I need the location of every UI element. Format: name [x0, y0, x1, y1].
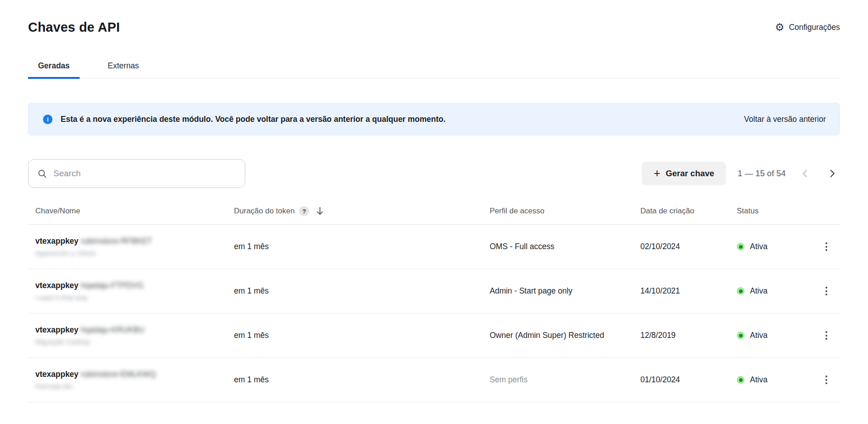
- status-badge: Ativa: [737, 331, 817, 340]
- status-badge: Ativa: [737, 242, 817, 251]
- settings-button[interactable]: ⚙ Configurações: [775, 22, 840, 33]
- token-duration: em 1 mês: [234, 286, 490, 296]
- row-actions-menu-button[interactable]: [822, 328, 831, 343]
- table-header-row: Chave/Nome Duração do token ? Perfil de …: [28, 206, 840, 225]
- key-suffix-redacted: rubimstore-EMLKWQ: [81, 370, 156, 379]
- banner-revert-link[interactable]: Voltar à versão anterior: [744, 115, 826, 124]
- pagination-label: 1 — 15 of 54: [738, 169, 786, 178]
- key-name-redacted: Migração Cashop: [35, 338, 234, 346]
- help-icon[interactable]: ?: [299, 206, 309, 216]
- chevron-right-icon: [827, 169, 837, 178]
- status-active-icon: [737, 243, 744, 251]
- access-profile: OMS - Full access: [490, 242, 640, 251]
- status-active-icon: [737, 376, 744, 384]
- key-suffix-redacted: rubimstore-RFBKET: [81, 236, 152, 246]
- status-active-icon: [737, 287, 744, 295]
- pagination-prev-button[interactable]: [797, 166, 813, 181]
- status-badge: Ativa: [737, 375, 817, 385]
- status-label: Ativa: [750, 286, 768, 296]
- status-active-icon: [737, 332, 744, 339]
- table-row: vtexappkey hqadaju-KRUKBU Migração Casho…: [28, 313, 840, 358]
- creation-date: 14/10/2021: [640, 286, 737, 296]
- key-prefix: vtexappkey: [35, 370, 78, 379]
- access-profile: Sem perfis: [490, 375, 640, 385]
- key-prefix: vtexappkey: [35, 236, 78, 246]
- pagination-next-button[interactable]: [825, 166, 840, 181]
- access-profile: Owner (Admin Super) Restricted: [490, 331, 640, 340]
- info-banner: i Esta é a nova experiência deste módulo…: [28, 103, 840, 135]
- status-label: Ativa: [750, 331, 768, 340]
- row-actions-menu-button[interactable]: [822, 239, 831, 255]
- table-row: vtexappkey rubimstore-EMLKWQ Farinata de…: [28, 358, 840, 402]
- key-prefix: vtexappkey: [35, 281, 78, 290]
- key-name-redacted: Agamenón y Ulises: [35, 249, 234, 257]
- status-label: Ativa: [750, 242, 768, 251]
- tab-bar: Geradas Externas: [28, 61, 840, 78]
- column-header-created: Data de criação: [640, 207, 737, 216]
- column-header-status: Status: [737, 207, 817, 216]
- creation-date: 01/10/2024: [640, 375, 737, 385]
- key-name-redacted: Farinata dei: [35, 382, 234, 390]
- token-duration: em 1 mês: [234, 375, 490, 385]
- key-name-redacted: I want it that way: [35, 294, 234, 302]
- token-duration: em 1 mês: [234, 331, 490, 340]
- creation-date: 02/10/2024: [640, 242, 737, 251]
- search-box[interactable]: [28, 159, 245, 188]
- key-suffix-redacted: hqadaju-FTPDVG: [81, 281, 143, 290]
- generate-key-button[interactable]: + Gerar chave: [642, 162, 726, 185]
- status-label: Ativa: [750, 375, 768, 385]
- tab-geradas[interactable]: Geradas: [28, 61, 80, 78]
- key-prefix: vtexappkey: [35, 325, 78, 334]
- chevron-left-icon: [800, 169, 810, 178]
- table-row: vtexappkey hqadaju-FTPDVG I want it that…: [28, 269, 840, 313]
- plus-icon: +: [653, 168, 660, 179]
- column-header-key: Chave/Nome: [35, 207, 234, 216]
- search-icon: [38, 169, 47, 178]
- row-actions-menu-button[interactable]: [822, 372, 831, 388]
- sort-descending-icon[interactable]: [315, 206, 324, 216]
- api-keys-table: Chave/Nome Duração do token ? Perfil de …: [28, 206, 840, 402]
- generate-key-label: Gerar chave: [666, 169, 714, 178]
- status-badge: Ativa: [737, 286, 817, 296]
- access-profile: Admin - Start page only: [490, 286, 640, 296]
- column-header-profile: Perfil de acesso: [490, 207, 640, 216]
- table-row: vtexappkey rubimstore-RFBKET Agamenón y …: [28, 225, 840, 269]
- settings-label: Configurações: [789, 23, 840, 32]
- gear-icon: ⚙: [775, 22, 785, 33]
- row-actions-menu-button[interactable]: [822, 283, 831, 299]
- page-header: Chaves de API ⚙ Configurações: [28, 20, 840, 35]
- creation-date: 12/8/2019: [640, 331, 737, 340]
- info-icon: i: [43, 115, 52, 124]
- key-suffix-redacted: hqadaju-KRUKBU: [81, 325, 144, 334]
- token-duration: em 1 mês: [234, 242, 490, 251]
- column-header-duration-label: Duração do token: [234, 207, 295, 216]
- toolbar: + Gerar chave 1 — 15 of 54: [28, 159, 840, 188]
- search-input[interactable]: [53, 169, 236, 178]
- page-title: Chaves de API: [28, 20, 120, 35]
- column-header-duration: Duração do token ?: [234, 206, 490, 216]
- banner-message: Esta é a nova experiência deste módulo. …: [61, 115, 744, 124]
- tab-externas[interactable]: Externas: [98, 61, 149, 78]
